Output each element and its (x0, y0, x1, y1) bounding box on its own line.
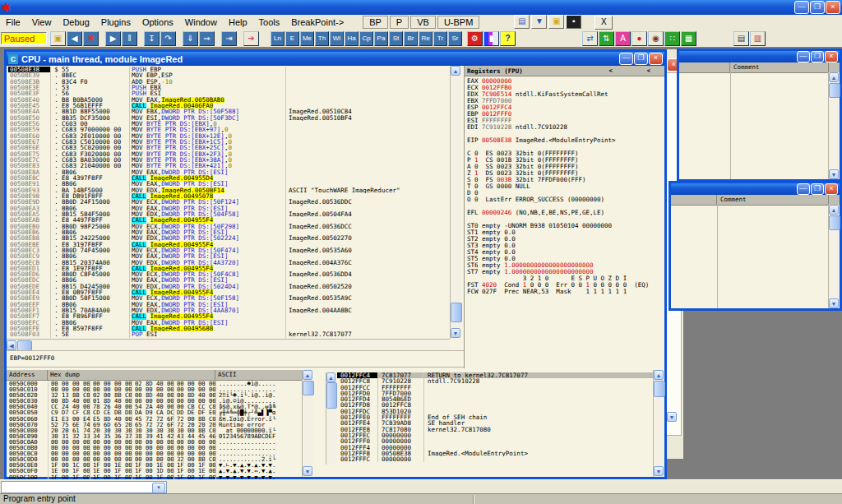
stack-row[interactable]: 0012FFFC00000000 (337, 456, 654, 462)
disasm-row[interactable]: 00508EEF.8B06MOV EAX,DWORD PTR DS:[ESI] (8, 302, 449, 307)
menu-item-file[interactable]: File (0, 16, 26, 29)
minimize-button[interactable]: — (797, 183, 810, 195)
stack-row[interactable]: 0012FFF000000000 (337, 438, 654, 444)
scroll-down-icon[interactable]: ▼ (451, 328, 460, 338)
spiral-icon[interactable]: ◉ (648, 31, 664, 46)
aux-vscroll-thumb[interactable] (326, 382, 337, 409)
disasm-row[interactable]: 00508EFE.E8 8597F8FFCALL ImageRed.004956… (8, 326, 449, 331)
stack-row[interactable]: 0012FFD07FFD7000 (337, 391, 654, 396)
dump-row[interactable]: 0050C0D000 00 00 0000 00 00 0000 00 00 0… (7, 456, 312, 462)
disasm-row[interactable]: 00508ED1.E8 1E97F8FFCALL ImageRed.004955… (8, 266, 449, 271)
dump-row[interactable]: 0050C0B000 00 00 0000 00 00 0000 00 00 0… (7, 445, 312, 451)
menu-item-options[interactable]: Options (136, 16, 179, 29)
red-dot-icon[interactable]: ● (632, 31, 647, 46)
updown-green-icon[interactable]: ⇅ (599, 31, 614, 46)
stack-row[interactable]: 0012FFF400000000 (337, 445, 654, 451)
disasm-row[interactable]: 00508E3F.56PUSH ESI (8, 90, 449, 96)
toolbar-letter-me[interactable]: Me (300, 31, 314, 46)
stack-vscrollbar[interactable]: ▲ ▼ (653, 370, 664, 477)
toolbar-letter-th[interactable]: Th (315, 31, 329, 46)
scroll-down-icon[interactable]: ▼ (303, 466, 312, 476)
scroll-up-icon[interactable]: ▲ (829, 205, 839, 215)
disasm-row[interactable]: 00508EE4.E8 0B97F8FFCALL ImageRed.004955… (8, 289, 449, 295)
toolbar-letter-e[interactable]: E (285, 31, 299, 46)
registers-pane[interactable]: Registers (FPU) < < EAX 00000000ECX 0012… (464, 66, 664, 368)
disasm-row[interactable]: 00508E8A.8B06MOV EAX,DWORD PTR DS:[ESI] (8, 169, 449, 175)
disasm-row[interactable]: 00508EC9.8B06MOV EAX,DWORD PTR DS:[ESI] (8, 253, 449, 259)
scroll-down-icon[interactable]: ▼ (829, 298, 839, 308)
dump-pane[interactable]: Address Hex dump ASCII 0050C00000 00 00 … (7, 370, 312, 477)
disasm-row[interactable]: 00508EF1.8B15 70A84A00MOV EDX,DWORD PTR … (8, 307, 449, 313)
scroll-up-icon[interactable]: ▲ (451, 66, 460, 76)
list-doc2-icon[interactable]: ▥ (750, 31, 766, 46)
dump-row[interactable]: 0050C0E01F 00 1C 001F 00 1E 001F 00 1E 0… (7, 462, 312, 468)
stack-row[interactable]: 0012FFD80012FFC8 (337, 402, 654, 408)
comment-window-2-vscrollbar[interactable]: ▲ ▼ (828, 205, 840, 308)
close-button[interactable]: × (825, 51, 838, 62)
dump-row[interactable]: 0050C09030 31 32 3334 35 36 3738 39 41 4… (7, 433, 312, 439)
menu-item-help[interactable]: Help (223, 16, 253, 29)
toolbar-letter-re[interactable]: Re (419, 31, 433, 46)
aux-vscrollbar[interactable]: ▲ (326, 372, 336, 465)
scroll-down-icon[interactable]: ▼ (829, 169, 839, 179)
list-doc-icon[interactable]: ▤ (733, 31, 749, 46)
disasm-vscroll-thumb[interactable] (451, 303, 462, 322)
menu-item-view[interactable]: View (26, 16, 58, 29)
toolbar-letter-st[interactable]: St (389, 31, 403, 46)
swap-arrows-icon[interactable]: ⇄ (582, 31, 598, 46)
stack-vscroll-thumb[interactable] (654, 381, 665, 397)
toolbar-letter-br[interactable]: Br (404, 31, 418, 46)
step-into-icon[interactable]: ↧ (144, 31, 160, 46)
vscroll-thumb[interactable] (829, 83, 840, 98)
disasm-row[interactable]: 00508E67.C683 C5010000 00MOV BYTE PTR DS… (8, 139, 449, 145)
pause-icon[interactable]: ‖ (122, 31, 137, 46)
stack-row[interactable]: 0012FFE87C817080kernel32.7C817080 (337, 427, 654, 432)
stack-row[interactable]: 0012FFE47C839AD8SE handler (337, 420, 654, 426)
comment-window-1-titlebar[interactable]: —❐× (679, 51, 840, 62)
cpu-close-button[interactable]: × (649, 53, 663, 65)
disasm-row[interactable]: 00508EAB.E8 4497F8FFCALL ImageRed.004955… (8, 217, 449, 223)
dump-row[interactable]: 0050C00000 00 00 0000 00 00 0002 8D 40 0… (7, 381, 312, 386)
restore-button[interactable]: ❐ (811, 183, 824, 195)
animate-into-icon[interactable]: ⇓ (183, 31, 198, 46)
stack-row[interactable]: 0012FFF800508E38ImageRed.<ModuleEntryPoi… (337, 451, 654, 456)
disasm-row[interactable]: 00508EB0.8B0D 98F25000MOV ECX,DWORD PTR … (8, 224, 449, 229)
letter-a-pink-icon[interactable]: A (615, 31, 631, 46)
menu-item-window[interactable]: Window (179, 16, 223, 29)
disasm-row[interactable]: 00508EA3.8B06MOV EAX,DWORD PTR DS:[ESI] (8, 206, 449, 211)
animate-over-icon[interactable]: ⇒ (199, 31, 215, 46)
disasm-row[interactable]: 00508E93.BA 14BF5000MOV EDX,ImageRed.005… (8, 187, 449, 193)
help-icon[interactable]: ? (500, 31, 516, 46)
vscroll-thumb[interactable] (829, 215, 840, 230)
open-file-icon[interactable]: ▣ (50, 31, 66, 46)
stack-row[interactable]: 0012FFE0FFFFFFFFEnd of SEH chain (337, 414, 654, 420)
folder-icon[interactable]: ▣ (548, 15, 564, 29)
scroll-left-icon[interactable]: ◀ (7, 340, 16, 350)
register-line[interactable]: FCW 027F Prec NEAR,53 Mask 1 1 1 1 1 1 (467, 289, 664, 295)
toolbar-letter-ha[interactable]: Ha (345, 31, 359, 46)
menu-button-bp[interactable]: BP (363, 16, 388, 29)
register-line[interactable]: T 0 GS 0000 NULL (467, 183, 664, 190)
command-combobox[interactable]: ▼ (1, 481, 167, 493)
dump-vscrollbar[interactable]: ▲ ▼ (302, 370, 313, 477)
restore-button[interactable]: ❐ (810, 1, 825, 14)
disasm-row[interactable]: 00508E38$55PUSH EBP (8, 67, 449, 72)
disasm-row[interactable]: 00508E3E.53PUSH EBX (8, 85, 449, 90)
scroll-up-icon[interactable]: ▲ (303, 370, 312, 380)
stack-row[interactable]: 0012FFEC00000000 (337, 432, 654, 438)
disasm-row[interactable]: 00508ECB.8B15 20374A00MOV EDX,DWORD PTR … (8, 260, 449, 266)
disasm-row[interactable]: 00508EE9.8B0D 58F15000MOV ECX,DWORD PTR … (8, 295, 449, 301)
close-button[interactable]: × (826, 1, 840, 14)
stack-row[interactable]: 0012FFC87C910228ntdll.7C910228 (337, 378, 654, 384)
combobox-dropdown-icon[interactable]: ▼ (152, 483, 165, 493)
disasm-row[interactable]: 00508E98.E8 DB91F8FFCALL ImageRed.004950… (8, 193, 449, 199)
disasm-row[interactable]: 00508EB6.8B06MOV EAX,DWORD PTR DS:[ESI] (8, 229, 449, 235)
disasm-row[interactable]: 00508E7C.C683 8A030000 00MOV BYTE PTR DS… (8, 157, 449, 163)
green-window-icon[interactable]: ▦ (681, 31, 696, 46)
book-icon[interactable]: ▼ (531, 15, 547, 29)
disasm-row[interactable]: 00508EC3.8B0D 74F45000MOV ECX,DWORD PTR … (8, 247, 449, 253)
close-program-icon[interactable]: ✖ (83, 31, 99, 46)
scroll-down-icon[interactable]: ▼ (667, 412, 677, 422)
stack-row[interactable]: 0012FFCCFFFFFFFF (337, 385, 654, 391)
disasm-row[interactable]: 00508E4A.8B1D 88F55000MOV EBX,DWORD PTR … (8, 109, 449, 114)
